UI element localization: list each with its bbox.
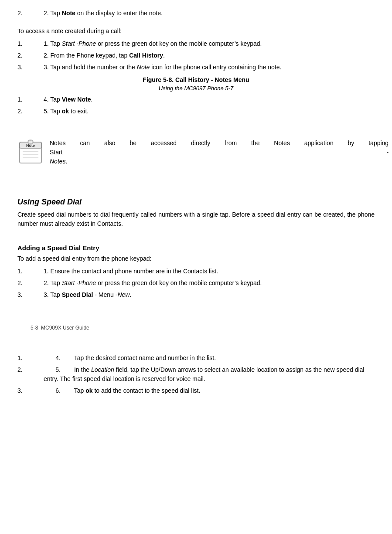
step-c1: 1. 1. Ensure the contact and phone numbe… bbox=[17, 267, 375, 276]
step-c2: 2. 2. Tap Start -Phone or press the gree… bbox=[17, 279, 375, 288]
subtitle: Using the MC9097 Phone 5-7 bbox=[17, 85, 375, 92]
num-c2: 2. bbox=[17, 279, 35, 288]
num-c3: 3. bbox=[17, 290, 35, 299]
num-d2: 2. bbox=[17, 365, 35, 384]
content-area: 2. 2. Tap Note on the display to enter t… bbox=[17, 9, 375, 395]
line-1: 2. 2. Tap Note on the display to enter t… bbox=[17, 9, 375, 18]
num-d1: 1. bbox=[17, 354, 35, 363]
italic-location: Location bbox=[91, 366, 114, 373]
italic-start-phone-2: Start -Phone bbox=[62, 279, 96, 286]
italic-new: New bbox=[117, 291, 130, 298]
text-c3: 3. Tap Speed Dial - Menu -New. bbox=[44, 290, 375, 299]
note-icon: Note bbox=[17, 139, 44, 165]
num-b1: 1. bbox=[17, 95, 35, 104]
bold-view-note: View Note bbox=[62, 96, 91, 103]
bold-note: Note bbox=[62, 10, 75, 17]
step-b1: 1. 4. Tap View Note. bbox=[17, 95, 375, 104]
step-b2: 2. 5. Tap ok to exit. bbox=[17, 107, 375, 116]
add-speed-dial-title: Adding a Speed Dial Entry bbox=[17, 244, 375, 252]
access-intro: To access a note created during a call: bbox=[17, 27, 375, 36]
note-text: Notes can also be accessed directly from… bbox=[50, 139, 389, 166]
text-1: 2. Tap Note on the display to enter the … bbox=[44, 9, 375, 18]
text-a2: 2. From the Phone keypad, tap Call Histo… bbox=[44, 51, 375, 60]
num-1: 2. bbox=[17, 9, 35, 18]
step-a1: 1. 1. Tap Start -Phone or press the gree… bbox=[17, 39, 375, 48]
num-a3: 3. bbox=[17, 63, 35, 72]
text-d1: 4. Tap the desired contact name and numb… bbox=[44, 354, 375, 363]
figure-title: Figure 5-8. Call History - Notes Menu bbox=[17, 76, 375, 83]
text-b1: 4. Tap View Note. bbox=[44, 95, 375, 104]
step-a2: 2. 2. From the Phone keypad, tap Call Hi… bbox=[17, 51, 375, 60]
bold-ok-1: ok bbox=[62, 108, 69, 115]
num-d3: 3. bbox=[17, 386, 35, 395]
bold-call-history: Call History bbox=[129, 52, 163, 59]
note-box: Note Notes can also be accessed directly… bbox=[17, 139, 375, 166]
step-a3: 3. 3. Tap and hold the number or the Not… bbox=[17, 63, 375, 72]
italic-note: Note bbox=[137, 64, 150, 71]
text-c1: 1. Ensure the contact and phone number a… bbox=[44, 267, 375, 276]
text-b2: 5. Tap ok to exit. bbox=[44, 107, 375, 116]
bold-speed-dial: Speed Dial bbox=[62, 291, 93, 298]
step-d1: 1. 4. Tap the desired contact name and n… bbox=[17, 354, 375, 363]
step-d2: 2. 5. In the Location field, tap the Up/… bbox=[17, 365, 375, 384]
text-a3: 3. Tap and hold the number or the Note i… bbox=[44, 63, 375, 72]
num-b2: 2. bbox=[17, 107, 35, 116]
footer: 5-8 MC909X User Guide bbox=[17, 325, 375, 331]
speed-dial-title: Using Speed Dial bbox=[17, 197, 375, 207]
italic-start-phone-1: Start -Phone bbox=[62, 40, 96, 47]
num-a1: 1. bbox=[17, 39, 35, 48]
step-d3: 3. 6. Tap ok to add the contact to the s… bbox=[17, 386, 375, 395]
num-c1: 1. bbox=[17, 267, 35, 276]
bold-ok-2: ok bbox=[85, 387, 92, 394]
period-bold: . bbox=[198, 387, 200, 394]
step-c3: 3. 3. Tap Speed Dial - Menu -New. bbox=[17, 290, 375, 299]
num-a2: 2. bbox=[17, 51, 35, 60]
text-d3: 6. Tap ok to add the contact to the spee… bbox=[44, 386, 375, 395]
text-c2: 2. Tap Start -Phone or press the green d… bbox=[44, 279, 375, 288]
add-speed-dial-intro: To add a speed dial entry from the phone… bbox=[17, 254, 375, 263]
speed-dial-para: Create speed dial numbers to dial freque… bbox=[17, 210, 375, 228]
svg-rect-7 bbox=[29, 141, 32, 143]
text-a1: 1. Tap Start -Phone or press the green d… bbox=[44, 39, 375, 48]
italic-notes: Notes bbox=[50, 158, 66, 165]
text-d2: 5. In the Location field, tap the Up/Dow… bbox=[44, 365, 375, 384]
